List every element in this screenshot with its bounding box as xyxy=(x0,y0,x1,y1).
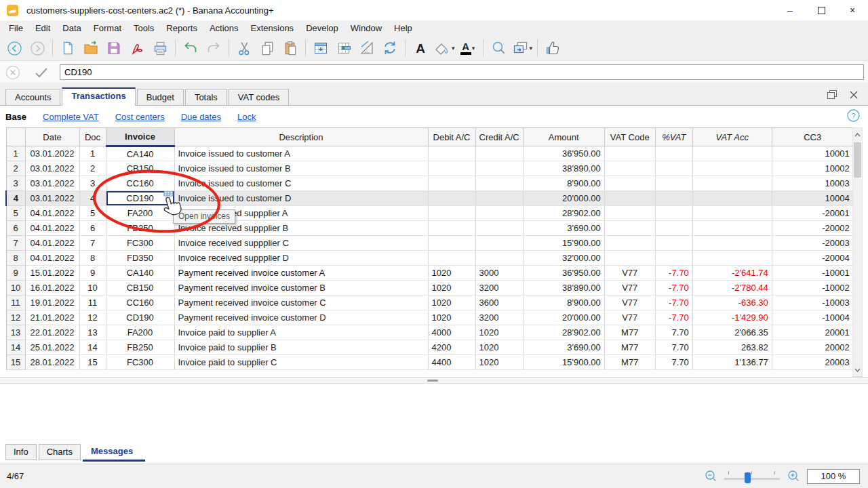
cell-debit[interactable] xyxy=(428,176,475,191)
cell-credit[interactable] xyxy=(475,221,523,236)
cell-vat_acc[interactable]: 2'066.35 xyxy=(692,325,772,340)
slider-thumb[interactable] xyxy=(745,472,751,483)
help-icon[interactable]: ? xyxy=(847,109,860,124)
cell-invoice[interactable]: CC160 xyxy=(106,296,174,310)
cell-vat_code[interactable]: V77 xyxy=(604,266,655,281)
cell-cc3[interactable]: 10003 xyxy=(772,176,853,191)
slider-track[interactable] xyxy=(724,478,780,480)
cell-cc3[interactable]: -20001 xyxy=(772,206,853,221)
cell-cc3[interactable]: 10002 xyxy=(772,161,853,176)
column-header-amount[interactable]: Amount xyxy=(523,128,604,146)
cell-credit[interactable]: 1020 xyxy=(475,340,523,355)
cell-credit[interactable]: 3200 xyxy=(475,281,523,296)
font-icon[interactable]: A xyxy=(409,38,432,58)
back-icon[interactable] xyxy=(3,38,26,58)
view-due-dates[interactable]: Due dates xyxy=(181,112,221,122)
menu-develop[interactable]: Develop xyxy=(300,21,344,35)
cell-vat_code[interactable] xyxy=(604,161,655,176)
cell-debit[interactable]: 1020 xyxy=(428,310,475,325)
cell-vat_code[interactable] xyxy=(604,191,655,206)
cell-date[interactable]: 03.01.2022 xyxy=(25,161,79,176)
cell-invoice[interactable]: CB150 xyxy=(106,281,174,296)
cell-debit[interactable] xyxy=(428,191,475,206)
cell-credit[interactable] xyxy=(475,251,523,266)
cell-doc[interactable]: 15 xyxy=(79,355,106,370)
windows-icon[interactable]: ▾ xyxy=(510,38,534,58)
cell-amount[interactable]: 8'900.00 xyxy=(523,176,604,191)
menu-format[interactable]: Format xyxy=(87,21,127,35)
cell-vat_acc[interactable] xyxy=(692,221,772,236)
row-number[interactable]: 15 xyxy=(6,355,25,370)
scroll-down-icon[interactable] xyxy=(853,364,862,375)
row-number[interactable]: 4 xyxy=(6,191,25,206)
menu-edit[interactable]: Edit xyxy=(29,21,56,35)
cell-description[interactable]: Invoice paid to supplier C xyxy=(174,355,428,370)
cell-credit[interactable] xyxy=(475,206,523,221)
cell-doc[interactable]: 12 xyxy=(79,310,106,325)
close-panel-icon[interactable] xyxy=(849,90,859,100)
feedback-icon[interactable] xyxy=(541,38,564,58)
scrollbar-thumb[interactable] xyxy=(854,142,861,178)
copy-icon[interactable] xyxy=(256,38,279,58)
cell-credit[interactable] xyxy=(475,161,523,176)
cell-date[interactable]: 16.01.2022 xyxy=(25,281,79,296)
cell-date[interactable]: 15.01.2022 xyxy=(25,266,79,281)
open-file-icon[interactable] xyxy=(79,38,102,58)
cell-debit[interactable] xyxy=(428,221,475,236)
cell-vat_acc[interactable]: 263.82 xyxy=(692,340,772,355)
cell-description[interactable]: Invoice issued to customer C xyxy=(174,176,428,191)
cell-credit[interactable]: 1020 xyxy=(475,355,523,370)
cell-amount[interactable]: 15'900.00 xyxy=(523,236,604,251)
tab-transactions[interactable]: Transactions xyxy=(62,87,135,106)
view-cost-centers[interactable]: Cost centers xyxy=(115,112,165,122)
cell-credit[interactable] xyxy=(475,191,523,206)
add-rows-icon[interactable] xyxy=(332,38,355,58)
cell-invoice[interactable]: FC300 xyxy=(106,236,174,251)
menu-data[interactable]: Data xyxy=(56,21,87,35)
cell-vat_pct[interactable] xyxy=(655,251,692,266)
edit-confirm-icon[interactable] xyxy=(33,64,50,81)
cell-description[interactable]: Invoice received suppplier C xyxy=(174,236,428,251)
cell-amount[interactable]: 36'950.00 xyxy=(523,266,604,281)
row-number[interactable]: 8 xyxy=(6,251,25,266)
cell-cc3[interactable]: -20004 xyxy=(772,251,853,266)
column-header-invoice[interactable]: Invoice xyxy=(106,128,174,146)
cell-doc[interactable]: 8 xyxy=(79,251,106,266)
cell-amount[interactable]: 3'690.00 xyxy=(523,221,604,236)
cell-vat_code[interactable]: M77 xyxy=(604,355,655,370)
pdf-export-icon[interactable] xyxy=(125,38,149,58)
cell-amount[interactable]: 3'690.00 xyxy=(523,340,604,355)
row-number[interactable]: 2 xyxy=(6,161,25,176)
cell-debit[interactable] xyxy=(428,206,475,221)
cell-credit[interactable] xyxy=(475,146,523,161)
cell-cc3[interactable]: 20003 xyxy=(772,355,853,370)
cell-description[interactable]: Payment received invoice customer C xyxy=(174,296,428,310)
cell-vat_code[interactable] xyxy=(604,176,655,191)
cell-description[interactable]: Invoice issued to customer D xyxy=(174,191,428,206)
cell-vat_code[interactable] xyxy=(604,236,655,251)
redo-icon[interactable] xyxy=(202,38,225,58)
cell-invoice[interactable]: FA200 xyxy=(106,325,174,340)
cell-debit[interactable] xyxy=(428,236,475,251)
cell-doc[interactable]: 3 xyxy=(79,176,106,191)
cell-description[interactable]: Payment received invoice customer A xyxy=(174,266,428,281)
row-number[interactable]: 5 xyxy=(6,206,25,221)
cell-vat_pct[interactable]: -7.70 xyxy=(655,296,692,310)
cell-vat_acc[interactable] xyxy=(692,251,772,266)
print-icon[interactable] xyxy=(149,38,172,58)
row-number[interactable]: 1 xyxy=(6,146,25,161)
cell-date[interactable]: 04.01.2022 xyxy=(25,236,79,251)
cell-date[interactable]: 04.01.2022 xyxy=(25,206,79,221)
cell-vat_pct[interactable]: 7.70 xyxy=(655,325,692,340)
scroll-up-icon[interactable] xyxy=(853,129,862,140)
forward-icon[interactable] xyxy=(26,38,49,58)
undo-icon[interactable] xyxy=(179,38,202,58)
cell-amount[interactable]: 38'890.00 xyxy=(523,281,604,296)
cell-amount[interactable]: 36'950.00 xyxy=(523,146,604,161)
cell-doc[interactable]: 6 xyxy=(79,221,106,236)
menu-reports[interactable]: Reports xyxy=(160,21,203,35)
cell-doc[interactable]: 10 xyxy=(79,281,106,296)
cell-debit[interactable]: 4400 xyxy=(428,355,475,370)
cell-date[interactable]: 03.01.2022 xyxy=(25,176,79,191)
column-header-doc[interactable]: Doc xyxy=(79,128,106,146)
